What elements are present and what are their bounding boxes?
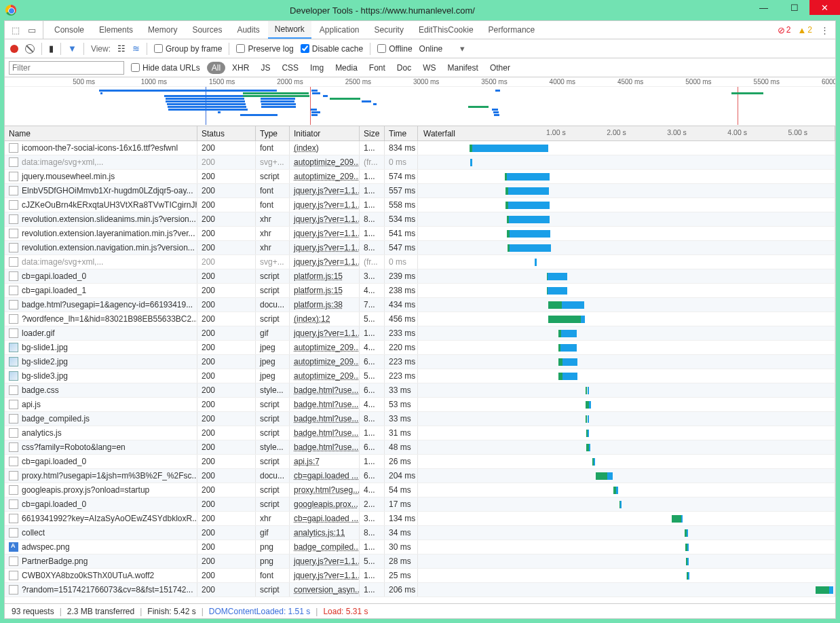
col-waterfall[interactable]: Waterfall 1.00 s2.00 s3.00 s4.00 s5.00 s <box>418 126 835 140</box>
request-initiator[interactable]: analytics.js:11 <box>294 528 345 537</box>
filter-type-media[interactable]: Media <box>330 62 362 74</box>
col-time[interactable]: Time <box>385 126 418 140</box>
table-row[interactable]: badge.css200style...badge.html?use...6..… <box>5 383 835 398</box>
tab-memory[interactable]: Memory <box>141 21 184 39</box>
table-row[interactable]: revolution.extension.navigation.min.js?v… <box>5 241 835 255</box>
table-row[interactable]: loader.gif200gifjquery.js?ver=1.1...1...… <box>5 326 835 341</box>
maximize-button[interactable]: ☐ <box>779 0 809 15</box>
filter-type-css[interactable]: CSS <box>277 62 303 74</box>
request-initiator[interactable]: cb=gapi.loaded ... <box>294 514 358 523</box>
overview-timeline[interactable]: 500 ms1000 ms1500 ms2000 ms2500 ms3000 m… <box>5 77 835 126</box>
warning-badge[interactable]: ▲2 <box>797 25 812 35</box>
table-row[interactable]: ?random=1517421766073&cv=8&fst=151742...… <box>5 583 835 597</box>
clear-icon[interactable] <box>25 44 35 54</box>
table-row[interactable]: css?family=Roboto&lang=en200style...badg… <box>5 440 835 455</box>
request-initiator[interactable]: jquery.js?ver=1.1... <box>294 328 360 338</box>
group-by-frame-checkbox[interactable]: Group by frame <box>154 44 222 54</box>
table-row[interactable]: collect200gifanalytics.js:118...34 ms <box>5 526 835 540</box>
tab-sources[interactable]: Sources <box>185 21 229 39</box>
table-row[interactable]: CWB0XYA8bzo0kSThX0UTuA.woff2200fontjquer… <box>5 569 835 583</box>
tab-network[interactable]: Network <box>268 21 311 39</box>
request-initiator[interactable]: badge.html?use... <box>294 428 358 438</box>
hide-data-urls-checkbox[interactable]: Hide data URLs <box>131 63 200 73</box>
device-toggle-icon[interactable]: ▭ <box>26 24 37 35</box>
view-small-icon[interactable]: ≋ <box>132 44 140 53</box>
col-status[interactable]: Status <box>197 126 256 140</box>
tab-performance[interactable]: Performance <box>482 21 542 39</box>
request-initiator[interactable]: proxy.html?useg... <box>294 485 360 495</box>
request-initiator[interactable]: api.js:7 <box>294 457 320 466</box>
request-initiator[interactable]: platform.js:38 <box>294 300 343 309</box>
view-large-icon[interactable]: ☷ <box>117 44 126 53</box>
throttling-select[interactable]: Online▾ <box>419 44 465 54</box>
filter-type-font[interactable]: Font <box>364 62 390 74</box>
table-row[interactable]: badge.html?usegapi=1&agency-id=66193419.… <box>5 298 835 312</box>
request-initiator[interactable]: (index) <box>294 143 319 153</box>
table-row[interactable]: cJZKeOuBrn4kERxqtaUH3VtXRa8TVwTICgirnJh.… <box>5 198 835 212</box>
request-initiator[interactable]: autoptimize_209... <box>294 357 360 366</box>
request-initiator[interactable]: conversion_asyn... <box>294 585 360 594</box>
request-initiator[interactable]: badge.html?use... <box>294 414 358 423</box>
request-initiator[interactable]: jquery.js?ver=1.1... <box>294 556 360 566</box>
offline-checkbox[interactable]: Offline <box>377 44 412 54</box>
table-row[interactable]: data:image/svg+xml,...200svg+...autoptim… <box>5 155 835 170</box>
request-initiator[interactable]: jquery.js?ver=1.1... <box>294 229 360 238</box>
table-row[interactable]: PartnerBadge.png200pngjquery.js?ver=1.1.… <box>5 554 835 569</box>
table-row[interactable]: googleapis.proxy.js?onload=startup200scr… <box>5 483 835 497</box>
filter-type-ws[interactable]: WS <box>418 62 440 74</box>
request-table[interactable]: icomoon-the7-social-icons-16x16.ttf?esfw… <box>5 141 835 603</box>
filter-type-manifest[interactable]: Manifest <box>443 62 483 74</box>
col-size[interactable]: Size <box>360 126 385 140</box>
filter-type-img[interactable]: Img <box>305 62 328 74</box>
tab-editthiscookie[interactable]: EditThisCookie <box>412 21 480 39</box>
table-row[interactable]: ElnbV5DfGHOiMmvb1Xr-hugdm0LZdjqr5-oay...… <box>5 184 835 198</box>
preserve-log-checkbox[interactable]: Preserve log <box>236 44 293 54</box>
filter-type-other[interactable]: Other <box>485 62 515 74</box>
request-initiator[interactable]: autoptimize_209... <box>294 157 360 167</box>
table-row[interactable]: data:image/svg+xml,...200svg+...jquery.j… <box>5 255 835 269</box>
request-initiator[interactable]: jquery.js?ver=1.1... <box>294 214 360 224</box>
filter-type-all[interactable]: All <box>207 62 225 74</box>
close-button[interactable]: ✕ <box>809 0 840 15</box>
request-initiator[interactable]: badge.html?use... <box>294 442 358 452</box>
minimize-button[interactable]: — <box>748 0 779 15</box>
table-row[interactable]: ?wordfence_lh=1&hid=83021B98EB55633BC2..… <box>5 312 835 326</box>
tab-security[interactable]: Security <box>368 21 411 39</box>
request-initiator[interactable]: autoptimize_209... <box>294 172 360 181</box>
tab-audits[interactable]: Audits <box>230 21 266 39</box>
tab-elements[interactable]: Elements <box>92 21 140 39</box>
inspect-icon[interactable]: ⬚ <box>10 24 21 35</box>
filter-type-xhr[interactable]: XHR <box>227 62 254 74</box>
table-row[interactable]: cb=gapi.loaded_0200scriptapi.js:71...26 … <box>5 455 835 469</box>
table-row[interactable]: icomoon-the7-social-icons-16x16.ttf?esfw… <box>5 141 835 155</box>
more-icon[interactable]: ⋮ <box>819 24 830 35</box>
table-row[interactable]: bg-slide3.jpg200jpegautoptimize_209...5.… <box>5 369 835 383</box>
request-initiator[interactable]: jquery.js?ver=1.1... <box>294 200 360 210</box>
request-initiator[interactable]: cb=gapi.loaded ... <box>294 471 358 480</box>
table-row[interactable]: revolution.extension.layeranimation.min.… <box>5 227 835 241</box>
table-row[interactable]: badge_compiled.js200scriptbadge.html?use… <box>5 412 835 426</box>
request-initiator[interactable]: (index):12 <box>294 314 330 324</box>
filter-icon[interactable]: ▼ <box>68 44 77 53</box>
tab-application[interactable]: Application <box>313 21 366 39</box>
tab-console[interactable]: Console <box>47 21 91 39</box>
request-initiator[interactable]: platform.js:15 <box>294 271 343 281</box>
table-row[interactable]: cb=gapi.loaded_0200scriptplatform.js:153… <box>5 269 835 284</box>
request-initiator[interactable]: badge.html?use... <box>294 400 358 409</box>
filter-type-doc[interactable]: Doc <box>392 62 416 74</box>
disable-cache-checkbox[interactable]: Disable cache <box>301 44 363 54</box>
request-initiator[interactable]: autoptimize_209... <box>294 371 360 381</box>
table-row[interactable]: proxy.html?usegapi=1&jsh=m%3B%2F_%2Fsc..… <box>5 469 835 483</box>
request-initiator[interactable]: jquery.js?ver=1.1... <box>294 243 360 252</box>
request-initiator[interactable]: platform.js:15 <box>294 286 343 295</box>
record-icon[interactable] <box>10 45 18 53</box>
request-initiator[interactable]: badge.html?use... <box>294 385 358 395</box>
request-initiator[interactable]: autoptimize_209... <box>294 343 360 352</box>
request-initiator[interactable]: jquery.js?ver=1.1... <box>294 257 360 267</box>
table-row[interactable]: bg-slide2.jpg200jpegautoptimize_209...6.… <box>5 355 835 369</box>
request-initiator[interactable]: jquery.js?ver=1.1... <box>294 571 360 580</box>
table-row[interactable]: jquery.mousewheel.min.js200scriptautopti… <box>5 170 835 184</box>
table-row[interactable]: api.js200scriptbadge.html?use...4...53 m… <box>5 398 835 412</box>
filter-input[interactable] <box>9 61 124 75</box>
table-row[interactable]: adwspec.png200pngbadge_compiled...1...30… <box>5 540 835 554</box>
